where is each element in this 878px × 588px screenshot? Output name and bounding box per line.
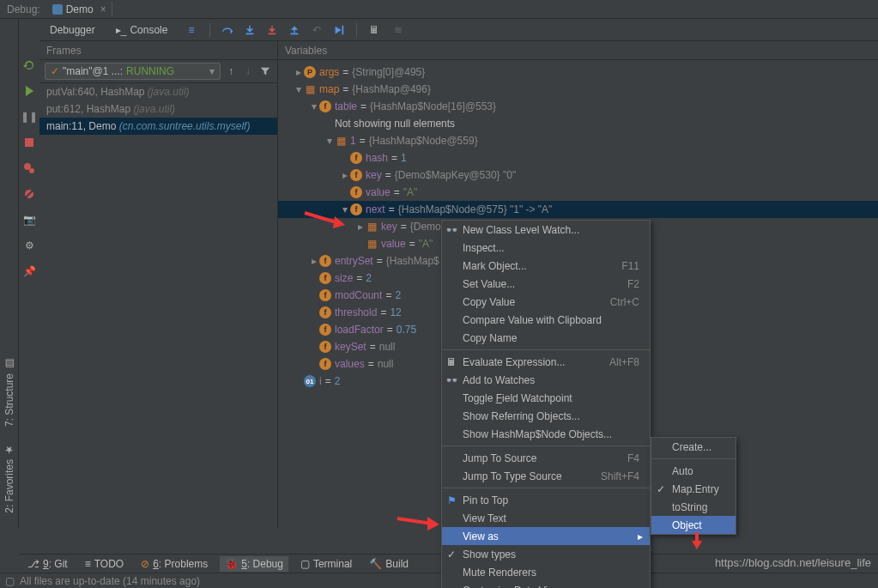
debug-tab[interactable]: 🐞5: Debug <box>220 556 288 572</box>
glasses-icon: 👓 <box>445 224 457 236</box>
view-breakpoints-icon[interactable] <box>22 161 36 175</box>
frames-panel: Frames ✓ "main"@1 ...: RUNNING ▾ ↑ ↓ put… <box>39 41 278 529</box>
menu-item[interactable]: Compare Value with Clipboard <box>442 311 650 329</box>
variable-row[interactable]: ▾fnext={HashMap$Node@575} "1" -> "A" <box>278 201 878 218</box>
variable-row[interactable]: ▸Pargs={String[0]@495} <box>278 64 878 81</box>
menu-item[interactable]: Show Referring Objects... <box>442 407 650 425</box>
side-tab-structure[interactable]: 7: Structure ▤ <box>2 351 17 433</box>
status-bar: ▢ All files are up-to-date (14 minutes a… <box>0 573 878 588</box>
submenu-item[interactable]: toString <box>651 498 736 516</box>
console-icon: ▸_ <box>116 24 127 36</box>
submenu-arrow-icon: ▸ <box>638 530 643 543</box>
check-icon: ✓ <box>51 65 59 77</box>
status-icon: ▢ <box>5 575 15 587</box>
menu-item[interactable]: ✓Show types <box>442 545 650 563</box>
threads-icon[interactable]: ≡ <box>183 22 199 38</box>
submenu-item[interactable]: ✓Map.Entry <box>651 480 736 498</box>
git-tab[interactable]: ⎇9: Git <box>22 556 73 572</box>
menu-item[interactable]: ⚑Pin to Top <box>442 491 650 509</box>
close-icon[interactable]: × <box>100 3 106 15</box>
snapshot-icon[interactable]: 📷 <box>22 213 36 227</box>
menu-item[interactable]: 👓New Class Level Watch... <box>442 221 650 239</box>
menu-item[interactable]: 👓Add to Watches <box>442 371 650 389</box>
expand-arrow[interactable]: ▾ <box>324 135 335 147</box>
variable-row[interactable]: ▾ftable={HashMap$Node[16]@553} <box>278 98 878 115</box>
variable-row[interactable]: ▸fkey={Demo$MapKey@530} "0" <box>278 167 878 184</box>
drop-frame-icon[interactable]: ↶ <box>310 23 324 37</box>
run-to-cursor-icon[interactable] <box>332 23 346 37</box>
field-badge: f <box>319 341 331 353</box>
menu-item[interactable]: Customize Data Views... <box>442 581 650 588</box>
step-over-icon[interactable] <box>221 23 234 37</box>
filter-icon[interactable] <box>258 64 272 78</box>
submenu-item[interactable]: Create... <box>651 438 736 456</box>
menu-item[interactable]: Mark Object...F11 <box>442 257 650 275</box>
object-icon: ▦ <box>366 238 378 250</box>
menu-item[interactable]: View as▸ <box>442 527 650 545</box>
evaluate-icon[interactable]: 🖩 <box>367 23 381 37</box>
status-message: All files are up-to-date (14 minutes ago… <box>20 575 200 587</box>
menu-item[interactable]: Show HashMap$Node Objects... <box>442 425 650 443</box>
menu-item[interactable]: Mute Renderers <box>442 563 650 581</box>
side-tab-favorites[interactable]: 2: Favorites ★ <box>2 437 17 520</box>
menu-item[interactable]: Set Value...F2 <box>442 275 650 293</box>
chevron-down-icon: ▾ <box>209 65 215 77</box>
step-into-icon[interactable] <box>243 23 257 37</box>
todo-tab[interactable]: ≡TODO <box>80 556 129 572</box>
menu-item[interactable]: Copy ValueCtrl+C <box>442 293 650 311</box>
star-icon: ★ <box>3 444 15 456</box>
variable-row[interactable]: ▾▦map={HashMap@496} <box>278 81 878 98</box>
frame-row[interactable]: main:11, Demo (cn.com.suntree.utils.myse… <box>39 118 277 135</box>
frames-list[interactable]: putVal:640, HashMap (java.util)put:612, … <box>39 83 277 529</box>
trace-icon[interactable]: ≋ <box>391 23 405 37</box>
todo-icon: ≡ <box>85 558 91 570</box>
menu-item[interactable]: View Text <box>442 509 650 527</box>
glasses-icon: 👓 <box>445 374 457 386</box>
submenu-item[interactable]: Auto <box>651 462 736 480</box>
variable-row[interactable]: fvalue="A" <box>278 184 878 201</box>
param-badge: P <box>304 66 316 78</box>
pin-icon[interactable]: 📌 <box>22 264 36 278</box>
terminal-tab[interactable]: ▢Terminal <box>295 556 357 572</box>
bug-icon: 🐞 <box>225 558 238 570</box>
expand-arrow[interactable]: ▸ <box>355 221 366 233</box>
context-menu[interactable]: 👓New Class Level Watch...Inspect...Mark … <box>441 220 651 588</box>
settings-icon[interactable]: ⚙ <box>22 239 36 252</box>
thread-selector[interactable]: ✓ "main"@1 ...: RUNNING ▾ <box>45 63 221 80</box>
debugger-tab[interactable]: Debugger <box>45 22 100 38</box>
problems-tab[interactable]: ⊘6: Problems <box>136 556 213 572</box>
expand-arrow[interactable]: ▸ <box>309 255 319 267</box>
variable-row[interactable]: fhash=1 <box>278 149 878 167</box>
stop-icon[interactable] <box>22 136 36 149</box>
menu-item[interactable]: Toggle Field Watchpoint <box>442 389 650 407</box>
expand-arrow[interactable]: ▾ <box>294 83 304 95</box>
menu-item[interactable]: Copy Name <box>442 329 650 347</box>
resume-icon[interactable] <box>22 84 36 98</box>
run-config-name: Demo <box>66 3 94 15</box>
variable-row[interactable]: ▾▦1={HashMap$Node@559} <box>278 132 878 149</box>
console-tab[interactable]: ▸_ Console <box>111 22 173 38</box>
rerun-icon[interactable] <box>22 58 36 72</box>
prev-frame-icon[interactable]: ↑ <box>224 64 238 78</box>
expand-arrow[interactable]: ▸ <box>340 169 350 181</box>
expand-arrow[interactable]: ▸ <box>294 66 304 78</box>
step-out-icon[interactable] <box>288 23 301 37</box>
menu-item[interactable]: Jump To SourceF4 <box>442 449 650 467</box>
mute-breakpoints-icon[interactable] <box>22 187 36 201</box>
debug-top-bar: Debug: Demo × <box>0 0 878 19</box>
expand-arrow[interactable]: ▾ <box>309 100 319 112</box>
arrow-annotation-2 <box>393 512 445 534</box>
variable-row[interactable]: Not showing null elements <box>278 115 878 132</box>
frame-row[interactable]: putVal:640, HashMap (java.util) <box>39 83 277 100</box>
pause-icon[interactable]: ❚❚ <box>22 110 36 124</box>
menu-item[interactable]: Inspect... <box>442 239 650 257</box>
menu-item[interactable]: Jump To Type SourceShift+F4 <box>442 467 650 485</box>
view-as-submenu[interactable]: Create...Auto✓Map.EntrytoStringObject <box>651 437 736 535</box>
field-badge: f <box>319 255 331 267</box>
force-step-into-icon[interactable] <box>265 23 279 37</box>
run-config-tab[interactable]: Demo × <box>47 2 112 17</box>
menu-item[interactable]: 🖩Evaluate Expression...Alt+F8 <box>442 353 650 371</box>
build-tab[interactable]: 🔨Build <box>364 556 414 572</box>
frame-row[interactable]: put:612, HashMap (java.util) <box>39 100 277 118</box>
next-frame-icon[interactable]: ↓ <box>241 64 255 78</box>
